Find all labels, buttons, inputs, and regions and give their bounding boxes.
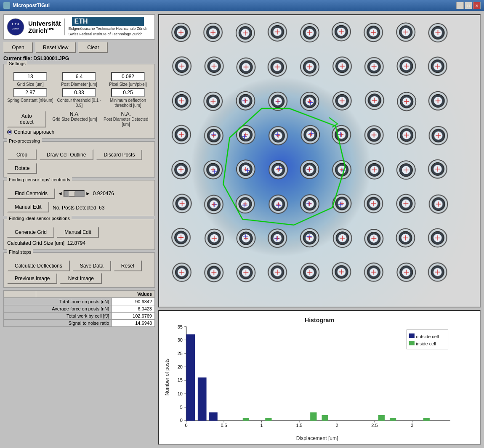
svg-text:20: 20 [178,364,183,369]
pixel-size-field: Pixel Size [um/pixel] [105,72,151,87]
logo-area: UZH Zürich UniversitätZürichUZH ETH Eidg… [3,14,155,40]
post-diameter-input[interactable] [62,72,96,81]
contour-approach-radio[interactable] [7,130,12,135]
svg-text:Zürich: Zürich [12,27,19,30]
x-axis-label: Displacement [um] [296,435,338,441]
uni-logo-icon: UZH Zürich [6,18,25,36]
open-button[interactable]: Open [3,42,33,53]
left-panel: UZH Zürich UniversitätZürichUZH ETH Eidg… [3,14,155,445]
app-icon [3,2,10,9]
crop-button[interactable]: Crop [7,149,37,160]
posts-detected-text: No. Posts Detected 63 [53,205,104,211]
auto-detect-button[interactable]: Auto detect [7,111,46,127]
contour-thresh-field: Contour threshold [0.1 - 0.9] [56,88,102,108]
legend-outside-swatch [409,334,415,338]
bar-inside-4 [322,415,328,421]
finding-centroids-group-label: Finding censor tops' centroids [7,177,72,182]
svg-text:1.5: 1.5 [296,423,302,428]
pixel-size-label: Pixel Size [um/pixel] [109,82,146,87]
finding-centroids-group: Finding censor tops' centroids Find Cent… [3,180,155,216]
ideal-sensor-group-label: Finding ideal sensor positions [7,216,72,221]
svg-text:0: 0 [180,418,183,423]
final-steps-group: Final steps Calculate Deflections Save D… [3,252,155,288]
min-deflection-label: Minimum deflection threshold [um] [105,98,151,108]
draw-cell-outline-button[interactable]: Draw Cell Outline [39,149,93,160]
bar-inside-5 [378,415,385,421]
close-button[interactable]: ✕ [473,2,481,9]
post-diameter-detected-field: N.A. Post Diameter Detected [um] [101,111,151,127]
values-data-table: Total force on posts [nN]90.6342Average … [3,298,155,327]
minimize-button[interactable]: – [456,2,464,9]
grid-size-detected-field: N.A. Grid Size Detected [um] [50,111,100,127]
histogram-svg: Histogram Number of posts Displacement [… [163,315,476,444]
slider-left-arrow[interactable]: ◄ [58,191,63,196]
maximize-button[interactable]: □ [465,2,472,9]
svg-text:0: 0 [185,423,188,428]
svg-text:1: 1 [260,423,263,428]
main-image-container[interactable] [158,14,481,308]
rotate-button[interactable]: Rotate [7,163,37,174]
clear-button[interactable]: Clear [78,42,108,53]
grid-size-detected-label: Grid Size Detected [um] [52,117,97,122]
histogram-container: Histogram Number of posts Displacement [… [158,310,481,445]
toolbar-row: Open Reset View Clear [3,42,155,53]
values-header: Values [36,291,154,298]
centroids-manual-edit-button[interactable]: Manual Edit [7,201,49,212]
save-data-button[interactable]: Save Data [72,260,111,271]
svg-text:UZH: UZH [12,22,19,26]
settings-group-label: Settings [7,61,27,66]
find-centroids-button[interactable]: Find Centroids [7,188,55,199]
reset-button[interactable]: Reset [114,260,142,271]
generate-grid-button[interactable]: Generate Grid [7,227,54,238]
grid-size-label: Grid Size [um] [17,82,43,87]
slider-track[interactable] [64,190,85,197]
svg-text:2: 2 [335,423,338,428]
preprocessing-group: Pre-processing Crop Draw Cell Outline Di… [3,141,155,178]
table-row-value: 90.6342 [112,298,155,305]
post-diameter-detected-label: Post Diameter Detected [um] [101,117,151,127]
spring-const-input[interactable] [13,88,47,97]
svg-text:25: 25 [178,351,183,356]
values-table: Values [3,290,155,298]
centroids-value: 0.920476 [93,191,114,196]
reset-view-button[interactable]: Reset View [35,42,76,53]
svg-point-0 [7,19,24,35]
final-steps-group-label: Final steps [7,249,33,254]
calc-deflections-button[interactable]: Calculate Deflections [7,260,70,271]
ideal-manual-edit-button[interactable]: Manual Edit [57,227,99,238]
grid-size-field: Grid Size [um] [7,72,53,87]
legend-inside-swatch [409,341,415,345]
min-deflection-input[interactable] [111,88,145,97]
bar-outside-1 [186,334,195,421]
table-row: Total work by cell [fJ]102.6769 [4,313,155,320]
next-image-button[interactable]: Next Image [60,273,102,284]
contour-approach-label: Contour approach [14,129,54,135]
svg-text:15: 15 [178,377,183,382]
table-row: Signal to noise ratio14.6948 [4,320,155,327]
discard-posts-button[interactable]: Discard Posts [96,149,142,160]
slider-thumb[interactable] [69,191,75,197]
slider-right-arrow[interactable]: ► [85,191,90,196]
ideal-sensor-group: Finding ideal sensor positions Generate … [3,219,155,250]
min-deflection-field: Minimum deflection threshold [um] [105,88,151,108]
prev-image-button[interactable]: Previous Image [7,273,57,284]
right-panel: Histogram Number of posts Displacement [… [158,14,481,445]
window-controls: – □ ✕ [456,2,481,9]
pixel-size-input[interactable] [111,72,145,81]
svg-text:2.5: 2.5 [371,423,378,428]
histogram-title: Histogram [305,317,334,323]
title-bar: MicropostTIGui – □ ✕ [0,0,484,11]
settings-group: Settings Grid Size [um] Post Diameter [u… [3,64,155,139]
y-ticks: 0 5 10 15 20 25 30 35 [178,324,186,423]
contour-thresh-input[interactable] [62,88,96,97]
preprocessing-group-label: Pre-processing [7,138,42,143]
bar-inside-7 [423,418,430,421]
table-row-value: 14.6948 [112,320,155,327]
slider-container: ◄ ► [58,190,90,197]
grid-size-input[interactable] [13,72,47,81]
y-axis-label: Number of posts [164,358,170,395]
post-diameter-label: Post Diameter [um] [61,82,97,87]
main-image-canvas [159,15,480,307]
table-row-label: Total force on posts [nN] [4,298,112,305]
na-values: N.A. Grid Size Detected [um] N.A. Post D… [50,111,151,127]
